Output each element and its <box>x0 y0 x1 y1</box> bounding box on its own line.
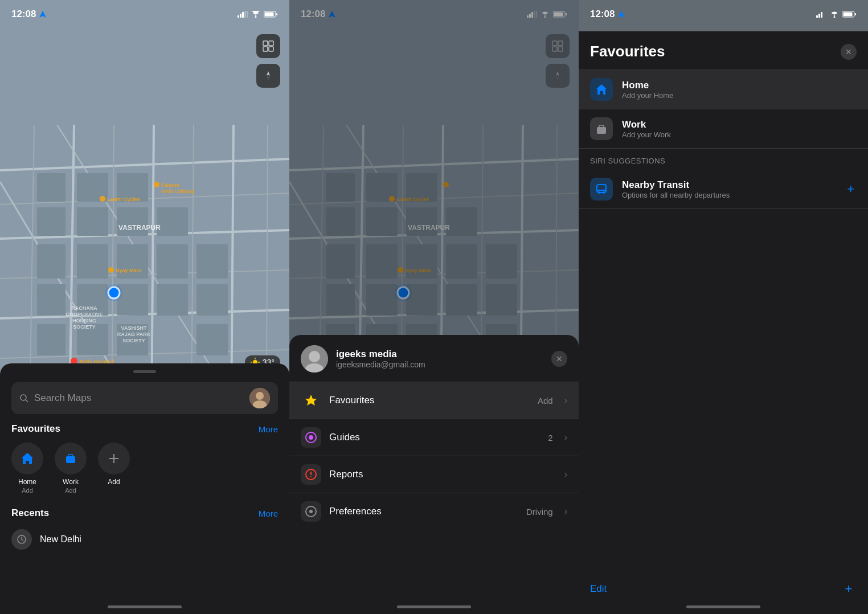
svg-text:RAJAB PARK: RAJAB PARK <box>117 331 151 337</box>
svg-rect-35 <box>37 324 65 355</box>
recents-title: Recents <box>11 507 49 519</box>
map-view-toggle-button[interactable] <box>256 34 280 58</box>
preferences-icon <box>304 505 318 518</box>
user-menu-close-button[interactable]: ✕ <box>551 351 567 367</box>
favourites-panel: Favourites ✕ Home Add your Home <box>579 31 868 614</box>
menu-item-favourites[interactable]: Favourites Add › <box>289 382 579 419</box>
svg-point-158 <box>309 351 320 362</box>
favourites-panel-close-button[interactable]: ✕ <box>841 44 857 60</box>
siri-suggestions-header: Siri Suggestions <box>579 149 868 170</box>
svg-point-179 <box>834 17 836 18</box>
svg-text:Faiquni: Faiquni <box>161 182 179 188</box>
fav-list-home-sublabel: Add your Home <box>622 91 857 100</box>
favourites-panel-header: Favourites ✕ <box>579 31 868 70</box>
svg-rect-30 <box>37 284 65 316</box>
svg-point-82 <box>256 392 264 400</box>
home-indicator-2 <box>397 605 471 608</box>
add-transit-button[interactable]: + <box>845 182 857 197</box>
svg-rect-177 <box>818 14 820 18</box>
recent-item-new-delhi[interactable]: New Delhi <box>11 525 278 554</box>
location-button[interactable] <box>256 64 280 88</box>
svg-rect-181 <box>855 13 856 15</box>
fav-list-home-label: Home <box>622 80 857 91</box>
svg-point-49 <box>154 182 159 187</box>
favourites-menu-icon <box>301 390 321 411</box>
svg-rect-28 <box>157 244 188 279</box>
home-icon <box>19 451 35 466</box>
svg-rect-62 <box>244 11 246 18</box>
svg-rect-21 <box>37 207 65 236</box>
fav-list-home-text: Home Add your Home <box>622 80 857 100</box>
svg-rect-34 <box>196 284 228 316</box>
panel-1-maps-home: VASTRAPUR RACHANA COOPERATIVE HOUSING SO… <box>0 0 289 614</box>
user-avatar-button[interactable] <box>249 388 270 408</box>
preferences-menu-icon <box>301 501 321 522</box>
svg-point-167 <box>309 510 313 513</box>
fav-home-label: Home <box>18 478 36 486</box>
status-bar: 12:08 <box>0 0 289 28</box>
user-info: igeeks media igeeksmedia@gmail.com <box>336 349 543 369</box>
favourites-more-button[interactable]: More <box>259 424 278 434</box>
fav-list-item-work[interactable]: Work Add your Work <box>579 109 868 149</box>
location-arrow-icon <box>39 10 47 18</box>
panel-2-user-menu: VASTRAPUR Laxmi Cycles Nyay Maro Rathi H… <box>289 0 579 614</box>
search-icon <box>19 394 28 403</box>
user-header: igeeks media igeeksmedia@gmail.com ✕ <box>289 335 579 382</box>
fav-list-transit-label: Nearby Transit <box>622 179 836 191</box>
fav-list-item-nearby-transit[interactable]: Nearby Transit Options for all nearby de… <box>579 170 868 209</box>
menu-item-reports[interactable]: Reports › <box>289 456 579 493</box>
status-icons <box>238 11 278 18</box>
fav-home-icon-circle <box>11 443 43 474</box>
menu-item-guides[interactable]: Guides 2 › <box>289 419 579 456</box>
fav-list-work-label: Work <box>622 119 857 130</box>
svg-point-188 <box>598 191 600 194</box>
recent-item-label: New Delhi <box>40 534 81 545</box>
edit-button[interactable]: Edit <box>590 583 607 595</box>
svg-marker-175 <box>618 11 625 18</box>
svg-rect-66 <box>276 13 277 15</box>
home-filled-icon <box>595 83 608 96</box>
svg-rect-85 <box>66 456 75 463</box>
add-favourite-button[interactable]: + <box>841 581 857 597</box>
menu-item-guides-label: Guides <box>329 432 540 443</box>
battery-icon-3 <box>842 11 857 18</box>
svg-rect-27 <box>117 244 148 279</box>
location-arrow-icon-3 <box>617 10 625 18</box>
recent-item-icon <box>11 529 32 550</box>
menu-item-preferences[interactable]: Preferences Driving › <box>289 493 579 530</box>
svg-text:SOCIETY: SOCIETY <box>122 338 145 343</box>
fav-add-label: Add <box>108 478 120 486</box>
user-menu-popup: igeeks media igeeksmedia@gmail.com ✕ Fav… <box>289 335 579 614</box>
svg-text:HOUSING: HOUSING <box>72 318 96 324</box>
recents-more-button[interactable]: More <box>259 509 278 518</box>
reports-icon <box>304 468 318 481</box>
svg-rect-60 <box>240 14 241 18</box>
user-name: igeeks media <box>336 349 543 360</box>
favourites-title: Favourites <box>11 423 60 435</box>
svg-text:Gruh Udhyog: Gruh Udhyog <box>161 189 194 194</box>
search-bar[interactable]: Search Maps <box>11 382 278 414</box>
fav-home-sublabel: Add <box>22 487 33 494</box>
svg-rect-67 <box>265 13 274 17</box>
menu-item-preferences-value: Driving <box>526 507 553 517</box>
add-icon <box>106 451 122 466</box>
svg-point-52 <box>108 267 114 273</box>
favourites-panel-footer: Edit + <box>579 581 868 597</box>
guides-menu-icon <box>301 427 321 448</box>
menu-item-favourites-chevron: › <box>564 395 567 406</box>
fav-list-transit-icon <box>590 178 613 200</box>
dim-overlay <box>289 0 579 369</box>
svg-rect-59 <box>238 15 239 18</box>
fav-list-item-home[interactable]: Home Add your Home <box>579 70 868 109</box>
svg-text:VASHISHT: VASHISHT <box>121 325 147 331</box>
fav-item-work[interactable]: Work Add <box>55 443 87 494</box>
favourites-panel-title: Favourites <box>590 43 665 60</box>
fav-item-home[interactable]: Home Add <box>11 443 43 494</box>
fav-list-work-sublabel: Add your Work <box>622 130 857 139</box>
svg-marker-58 <box>39 11 46 18</box>
svg-rect-69 <box>269 41 273 46</box>
svg-marker-84 <box>22 453 33 464</box>
fav-item-add[interactable]: Add <box>98 443 130 494</box>
fav-list-home-icon <box>590 78 613 101</box>
svg-rect-178 <box>821 12 822 18</box>
